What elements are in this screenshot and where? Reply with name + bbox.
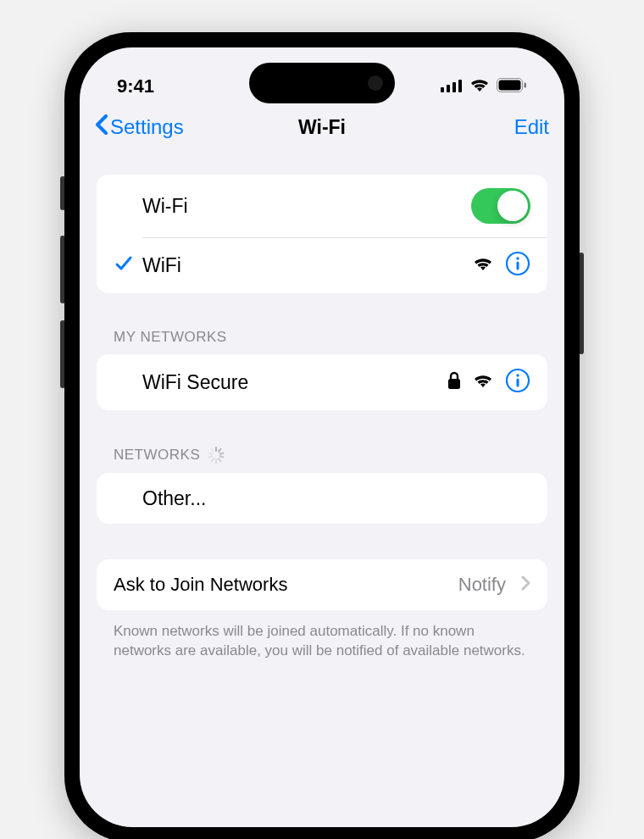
- ask-join-footer: Known networks will be joined automatica…: [97, 614, 547, 661]
- dynamic-island: [249, 63, 395, 103]
- wifi-icon: [469, 75, 490, 97]
- network-row[interactable]: WiFi Secure: [97, 354, 547, 410]
- svg-rect-5: [499, 81, 521, 91]
- svg-line-17: [220, 456, 224, 457]
- networks-label-text: NETWORKS: [114, 447, 200, 464]
- wifi-signal-icon: [473, 373, 493, 392]
- svg-rect-10: [448, 379, 460, 389]
- wifi-toggle[interactable]: [471, 188, 530, 224]
- svg-line-23: [212, 449, 214, 452]
- svg-line-18: [219, 458, 220, 461]
- info-icon[interactable]: [505, 368, 530, 397]
- content: Wi-Fi WiFi: [80, 151, 564, 661]
- networks-label: NETWORKS: [97, 446, 547, 473]
- my-networks-label-text: MY NETWORKS: [114, 329, 227, 346]
- wifi-signal-icon: [473, 256, 493, 275]
- svg-line-15: [219, 449, 220, 452]
- checkmark-icon: [114, 253, 134, 277]
- connected-network-row[interactable]: WiFi: [97, 237, 547, 293]
- my-networks-label: MY NETWORKS: [97, 329, 547, 354]
- networks-card: Other...: [97, 473, 547, 524]
- svg-rect-0: [441, 87, 444, 92]
- ask-join-row[interactable]: Ask to Join Networks Notify: [97, 559, 547, 610]
- chevron-right-icon: [521, 575, 530, 594]
- svg-rect-2: [452, 82, 456, 92]
- svg-line-22: [209, 453, 213, 454]
- svg-line-20: [212, 458, 214, 461]
- connected-network-name: WiFi: [142, 254, 473, 277]
- nav-bar: Settings Wi-Fi Edit: [80, 103, 564, 151]
- screen: 9:41: [80, 47, 564, 827]
- spinner-icon: [207, 446, 225, 464]
- svg-line-16: [220, 453, 224, 454]
- network-name: WiFi Secure: [142, 371, 447, 394]
- svg-point-12: [516, 374, 519, 376]
- wifi-toggle-label: Wi-Fi: [142, 195, 471, 218]
- ask-join-label: Ask to Join Networks: [114, 574, 458, 596]
- chevron-left-icon: [95, 114, 108, 140]
- lock-icon: [447, 371, 461, 393]
- status-indicators: [441, 75, 527, 97]
- svg-rect-6: [525, 83, 527, 88]
- info-icon[interactable]: [505, 251, 530, 280]
- svg-rect-3: [458, 80, 462, 92]
- svg-rect-13: [517, 379, 519, 387]
- svg-rect-9: [517, 262, 519, 270]
- ask-join-value: Notify: [458, 574, 506, 596]
- status-time: 9:41: [117, 75, 154, 97]
- battery-icon: [497, 75, 527, 97]
- svg-line-21: [209, 456, 213, 457]
- my-networks-card: WiFi Secure: [97, 354, 547, 410]
- back-button[interactable]: Settings: [95, 114, 184, 140]
- back-label: Settings: [110, 115, 184, 139]
- cellular-icon: [441, 75, 463, 97]
- wifi-toggle-row: Wi-Fi: [97, 175, 547, 237]
- wifi-card: Wi-Fi WiFi: [97, 175, 547, 293]
- ask-join-card: Ask to Join Networks Notify: [97, 559, 547, 610]
- svg-point-8: [516, 257, 519, 259]
- page-title: Wi-Fi: [298, 116, 346, 139]
- phone-frame: 9:41: [64, 32, 580, 839]
- edit-button[interactable]: Edit: [514, 115, 549, 139]
- other-label: Other...: [142, 487, 530, 510]
- svg-rect-1: [447, 85, 450, 92]
- other-network-row[interactable]: Other...: [97, 473, 547, 524]
